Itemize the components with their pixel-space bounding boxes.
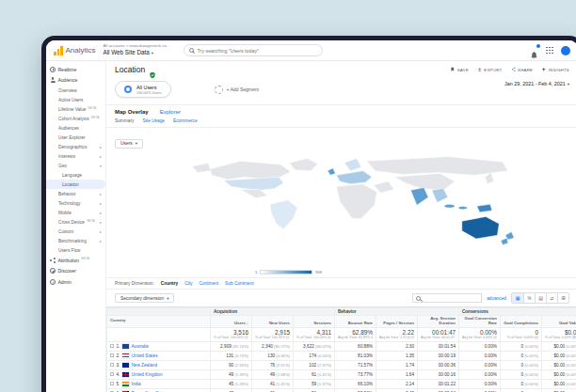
- metric-cell: 0.00%: [459, 379, 501, 388]
- sidebar-item-lifetime-value[interactable]: Lifetime ValueBETA: [46, 104, 105, 114]
- tab-map-overlay[interactable]: Map Overlay: [115, 109, 149, 115]
- search-input[interactable]: [198, 48, 317, 54]
- metric-selector[interactable]: Users: [115, 139, 143, 149]
- group-header-empty: [107, 308, 211, 316]
- country-link[interactable]: United Kingdom: [131, 372, 162, 377]
- table-row: 2.United States131 (3.73%)130 (4.46%)174…: [107, 351, 576, 360]
- subtab-ecommerce[interactable]: Ecommerce: [173, 118, 198, 123]
- row-checkbox[interactable]: [110, 344, 114, 348]
- sidebar-item-benchmarking[interactable]: Benchmarking: [46, 236, 105, 245]
- sidebar-item-interests[interactable]: Interests: [46, 151, 105, 161]
- sidebar-item-label: Admin: [58, 279, 72, 285]
- metric-cell: $0.00 (0.00%): [542, 388, 576, 392]
- row-checkbox[interactable]: [110, 372, 114, 376]
- global-search[interactable]: [184, 44, 323, 56]
- table-search-input[interactable]: [424, 296, 478, 301]
- sidebar-item-attribution[interactable]: AttributionBETA: [46, 255, 105, 266]
- sidebar-item-language[interactable]: Language: [46, 170, 105, 180]
- account-picker[interactable]: All accounts > www.datagovtech.co... All…: [104, 44, 170, 55]
- add-segment-plus-icon: [215, 86, 223, 94]
- sidebar-item-active-users[interactable]: Active Users: [46, 95, 105, 104]
- row-checkbox[interactable]: [110, 353, 114, 357]
- sidebar-item-discover[interactable]: Discover: [46, 266, 105, 277]
- row-checkbox[interactable]: [110, 363, 114, 367]
- gear-icon: [50, 279, 56, 285]
- view-comparison-icon[interactable]: [546, 293, 557, 303]
- country-link[interactable]: New Zealand: [131, 363, 157, 368]
- sidebar-item-user-explorer[interactable]: User Explorer: [46, 133, 105, 142]
- view-table-icon[interactable]: [512, 293, 523, 303]
- view-performance-icon[interactable]: [535, 293, 546, 303]
- insights-button[interactable]: INSIGHTS: [541, 67, 569, 73]
- advanced-search-link[interactable]: advanced: [487, 296, 506, 301]
- column-header-new-users[interactable]: New Users: [252, 316, 294, 328]
- sidebar-item-realtime[interactable]: Realtime: [46, 64, 105, 75]
- notifications-bell-icon[interactable]: [530, 46, 538, 55]
- sidebar-item-audiences[interactable]: Audiences: [46, 123, 105, 133]
- sidebar-item-audience[interactable]: Audience: [46, 75, 105, 86]
- country-link[interactable]: India: [131, 382, 140, 386]
- sidebar-item-admin[interactable]: Admin: [46, 276, 105, 288]
- date-range-picker[interactable]: Jan 29, 2021 - Feb 4, 2021: [504, 81, 569, 86]
- map-country-united-states: [224, 177, 283, 190]
- sidebar-item-custom[interactable]: Custom: [46, 227, 105, 236]
- segment-chip-all-users[interactable]: All Users 100.00% Users: [115, 81, 171, 98]
- metric-selector-row: Users: [106, 128, 576, 150]
- map-country-russia: [366, 157, 507, 176]
- view-percentage-icon[interactable]: [523, 293, 535, 303]
- flag-icon-gb: [122, 372, 129, 377]
- country-link[interactable]: Australia: [131, 344, 148, 349]
- data-quality-shield-icon[interactable]: [149, 66, 156, 73]
- table-search[interactable]: [412, 293, 482, 303]
- subtab-site-usage[interactable]: Site Usage: [143, 118, 165, 123]
- group-header-conversions: Conversions: [459, 308, 576, 316]
- primary-dimension-continent[interactable]: Continent: [200, 281, 219, 286]
- metric-cell: 0 (0.00%): [501, 388, 542, 392]
- sidebar-item-cross-device[interactable]: Cross DeviceBETA: [46, 217, 105, 227]
- export-button[interactable]: EXPORT: [477, 67, 503, 73]
- world-map[interactable]: [106, 150, 576, 269]
- column-header-country[interactable]: Country: [107, 316, 211, 328]
- apps-grid-icon[interactable]: [546, 47, 553, 55]
- sidebar-item-location[interactable]: Location: [46, 180, 105, 189]
- sidebar-item-mobile[interactable]: Mobile: [46, 208, 105, 217]
- primary-dimension-sub-continent[interactable]: Sub Continent: [225, 281, 253, 286]
- primary-dimension-country[interactable]: Country: [161, 281, 178, 286]
- sidebar-item-geo[interactable]: Geo: [46, 161, 105, 170]
- subtab-summary[interactable]: Summary: [115, 118, 135, 123]
- action-label: SAVE: [457, 68, 469, 72]
- sidebar-item-label: Discover: [58, 268, 76, 274]
- segment-circle-icon: [124, 86, 132, 93]
- row-checkbox[interactable]: [110, 382, 114, 385]
- sidebar-item-label: Cross Device: [58, 220, 85, 225]
- country-link[interactable]: United States: [131, 353, 157, 358]
- sidebar-item-overview[interactable]: Overview: [46, 86, 105, 95]
- sidebar-item-cohort-analysis[interactable]: Cohort AnalysisBETA: [46, 114, 105, 123]
- column-header-users[interactable]: Users: [211, 316, 252, 328]
- column-header-pages-session[interactable]: Pages / Session: [376, 316, 418, 328]
- share-button[interactable]: SHARE: [511, 67, 534, 73]
- property-selector[interactable]: All Web Site Data: [104, 49, 170, 55]
- column-header-bounce-rate[interactable]: Bounce Rate: [335, 316, 376, 328]
- search-icon: [416, 296, 421, 301]
- primary-dimension-city[interactable]: City: [184, 281, 192, 286]
- secondary-dimension-button[interactable]: Secondary dimension: [115, 293, 174, 303]
- avatar[interactable]: [561, 46, 570, 55]
- column-header-goal-conversion-rate[interactable]: Goal Conversion Rate: [459, 316, 501, 328]
- tab-explorer[interactable]: Explorer: [160, 109, 181, 115]
- analytics-logo-icon[interactable]: [54, 46, 63, 55]
- metric-cell: 2.30: [376, 341, 418, 351]
- column-header-goal-value[interactable]: Goal Value: [542, 316, 576, 328]
- column-header-sessions[interactable]: Sessions: [294, 316, 335, 328]
- sidebar-item-behavior[interactable]: Behavior: [46, 189, 105, 198]
- save-button[interactable]: SAVE: [450, 67, 469, 73]
- metric-cell: 0 (0.00%): [501, 360, 542, 369]
- sidebar-item-users-flow[interactable]: Users Flow: [46, 245, 105, 255]
- add-segment-button[interactable]: + Add Segment: [215, 86, 259, 94]
- sidebar-item-label: Interests: [58, 154, 75, 159]
- column-header-goal-completions[interactable]: Goal Completions: [501, 316, 542, 328]
- sidebar-item-technology[interactable]: Technology: [46, 198, 105, 208]
- sidebar-item-demographics[interactable]: Demographics: [46, 142, 105, 151]
- column-header-avg-session-duration[interactable]: Avg. Session Duration: [418, 316, 459, 328]
- view-pivot-icon[interactable]: [557, 293, 568, 303]
